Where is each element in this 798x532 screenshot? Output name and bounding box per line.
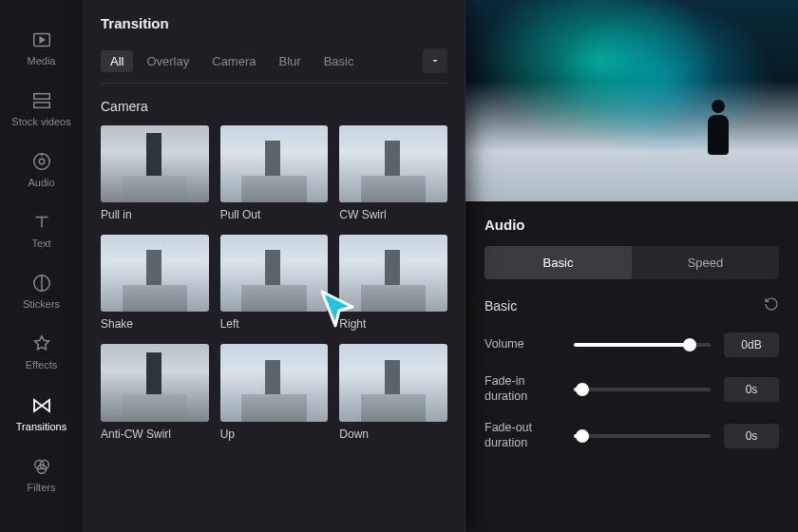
transition-item[interactable]: CW Swirl bbox=[339, 125, 447, 221]
svg-rect-2 bbox=[33, 103, 49, 108]
reset-icon bbox=[764, 296, 779, 312]
stock-icon bbox=[30, 89, 53, 112]
sidebar-item-audio[interactable]: Audio bbox=[0, 141, 83, 201]
svg-point-4 bbox=[39, 159, 45, 164]
fade-out-value[interactable]: 0s bbox=[724, 424, 779, 448]
panel-title: Transition bbox=[101, 15, 447, 31]
fade-in-value[interactable]: 0s bbox=[724, 377, 779, 402]
sidebar-item-label: Effects bbox=[26, 359, 57, 370]
transition-item[interactable]: Shake bbox=[101, 235, 209, 331]
transition-tabs: All Overlay Camera Blur Basic bbox=[101, 48, 447, 84]
sidebar-item-transitions[interactable]: Transitions bbox=[0, 385, 83, 446]
transition-item[interactable]: Up bbox=[220, 344, 329, 440]
svg-rect-1 bbox=[33, 94, 49, 100]
sidebar: Media Stock videos Audio Text Stickers bbox=[0, 0, 84, 532]
tabs-more-button[interactable] bbox=[423, 48, 447, 73]
fade-in-slider[interactable] bbox=[574, 388, 711, 391]
tab-basic[interactable]: Basic bbox=[314, 50, 364, 72]
transition-item[interactable]: Right bbox=[339, 235, 447, 331]
reset-button[interactable] bbox=[764, 296, 779, 315]
volume-value[interactable]: 0dB bbox=[724, 332, 779, 357]
audio-sub-title: Basic bbox=[484, 298, 517, 314]
segment-speed[interactable]: Speed bbox=[632, 246, 779, 279]
filters-icon bbox=[30, 455, 53, 478]
section-label: Camera bbox=[101, 99, 447, 114]
chevron-down-icon bbox=[429, 55, 441, 66]
tab-overlay[interactable]: Overlay bbox=[137, 50, 199, 72]
segment-basic[interactable]: Basic bbox=[484, 246, 632, 279]
sidebar-item-effects[interactable]: Effects bbox=[0, 323, 83, 384]
sidebar-item-label: Filters bbox=[28, 482, 56, 493]
sidebar-item-text[interactable]: Text bbox=[0, 201, 83, 262]
fade-out-label: Fade-out duration bbox=[484, 421, 570, 450]
preview-subject bbox=[705, 100, 732, 157]
sidebar-item-label: Transitions bbox=[16, 421, 66, 432]
sidebar-item-label: Media bbox=[28, 55, 56, 66]
sidebar-item-label: Audio bbox=[28, 177, 54, 188]
volume-slider[interactable] bbox=[574, 343, 711, 347]
transition-item[interactable]: Down bbox=[339, 344, 447, 440]
volume-label: Volume bbox=[484, 337, 570, 352]
sidebar-item-label: Text bbox=[31, 238, 50, 249]
sidebar-item-label: Stickers bbox=[23, 298, 60, 310]
audio-icon bbox=[30, 150, 53, 173]
fade-in-control: Fade-in duration 0s bbox=[484, 374, 779, 404]
effects-icon bbox=[30, 332, 53, 355]
transition-item[interactable]: Pull in bbox=[101, 125, 209, 221]
sidebar-item-label: Stock videos bbox=[11, 116, 70, 127]
fade-out-slider[interactable] bbox=[574, 434, 711, 438]
sidebar-item-media[interactable]: Media bbox=[0, 19, 83, 80]
fade-in-label: Fade-in duration bbox=[484, 374, 570, 404]
transition-item[interactable]: Pull Out bbox=[220, 125, 329, 221]
media-icon bbox=[30, 28, 53, 51]
tab-all[interactable]: All bbox=[101, 50, 133, 72]
sidebar-item-stickers[interactable]: Stickers bbox=[0, 262, 83, 323]
sidebar-item-stock[interactable]: Stock videos bbox=[0, 80, 83, 141]
transition-item[interactable]: Anti-CW Swirl bbox=[101, 344, 209, 440]
video-preview[interactable] bbox=[466, 0, 798, 201]
text-icon bbox=[30, 211, 53, 234]
transition-item[interactable]: Left bbox=[220, 235, 329, 331]
fade-out-control: Fade-out duration 0s bbox=[484, 421, 779, 450]
audio-panel: Audio Basic Speed Basic Volume 0dB bbox=[466, 201, 798, 532]
sidebar-item-filters[interactable]: Filters bbox=[0, 446, 83, 506]
audio-segments: Basic Speed bbox=[484, 246, 779, 279]
volume-control: Volume 0dB bbox=[484, 332, 779, 357]
tab-camera[interactable]: Camera bbox=[202, 50, 265, 72]
transitions-icon bbox=[30, 394, 53, 417]
right-column: Audio Basic Speed Basic Volume 0dB bbox=[466, 0, 798, 532]
stickers-icon bbox=[30, 272, 53, 294]
tab-blur[interactable]: Blur bbox=[270, 50, 311, 72]
transitions-panel: Transition All Overlay Camera Blur Basic… bbox=[84, 0, 466, 532]
transition-grid: Pull in Pull Out CW Swirl Shake Left Rig… bbox=[101, 125, 447, 441]
audio-title: Audio bbox=[484, 217, 779, 233]
